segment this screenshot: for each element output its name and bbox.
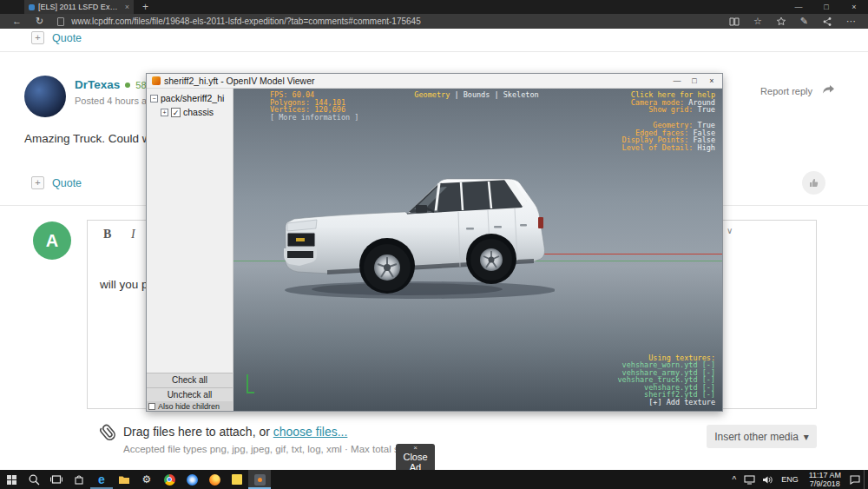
mode-separator: | [494, 90, 498, 99]
new-tab-button[interactable]: + [142, 1, 148, 13]
viewer-close-button[interactable]: × [703, 76, 720, 85]
browser-window-controls: — □ × [785, 0, 868, 14]
collapse-icon[interactable]: − [150, 95, 158, 102]
display-icon[interactable] [740, 475, 759, 485]
taskbar-app-sticky-notes[interactable] [226, 470, 248, 489]
viewer-title: sheriff2_hi.yft - OpenIV Model Viewer [164, 76, 668, 86]
refresh-button[interactable]: ↻ [30, 14, 49, 29]
multiquote-icon[interactable]: + [31, 31, 44, 44]
browser-tab[interactable]: [ELS] 2011 LSFD Expedi × [24, 0, 134, 14]
post-author-name[interactable]: DrTexas [75, 78, 120, 91]
close-icon[interactable]: × [413, 444, 418, 452]
start-button[interactable] [0, 470, 23, 489]
tab-close-icon[interactable]: × [125, 3, 129, 11]
vehicle-model[interactable] [277, 169, 555, 307]
safari-icon [187, 474, 198, 486]
editor-text[interactable]: will you p [100, 278, 148, 291]
clock[interactable]: 11:17 AM 7/9/2018 [804, 471, 846, 488]
viewer-titlebar[interactable]: sheriff2_hi.yft - OpenIV Model Viewer — … [147, 74, 722, 89]
model-viewport[interactable]: FPS: 60.04 Polygons: 144,101 Vertices: 1… [233, 89, 722, 411]
tab-title: [ELS] 2011 LSFD Expedi [38, 3, 122, 11]
texture-list: Using textures: vehshare_worn.ytd [-] ve… [617, 354, 715, 406]
expand-icon[interactable]: + [161, 109, 168, 116]
composer-avatar: A [33, 221, 71, 260]
quote-link[interactable]: Quote [52, 32, 82, 44]
favorite-star-icon[interactable]: ☆ [748, 16, 767, 27]
tree-root-row[interactable]: − pack/sheriff2_hi [150, 93, 224, 103]
taskbar-app-openiv[interactable] [248, 470, 271, 489]
favorites-hub-icon[interactable] [771, 17, 792, 27]
clock-time: 11:17 AM [809, 471, 841, 479]
uncheck-all-button[interactable]: Uncheck all [147, 387, 233, 401]
multiquote-icon[interactable]: + [31, 176, 44, 189]
accepted-file-types: Accepted file types png, jpg, jpeg, gif,… [123, 444, 435, 454]
browser-titlebar: [ELS] 2011 LSFD Expedi × + — □ × [0, 0, 868, 14]
mode-skeleton[interactable]: Skeleton [503, 90, 539, 99]
window-maximize-button[interactable]: □ [812, 0, 840, 14]
like-button[interactable] [802, 171, 825, 195]
task-view-button[interactable] [45, 470, 68, 489]
show-desktop-button[interactable] [864, 470, 868, 489]
add-texture-link[interactable]: [+] Add texture [617, 399, 715, 406]
model-tree-panel: − pack/sheriff2_hi + ✓ chassis Check all… [147, 89, 233, 411]
taskbar-app-chrome[interactable] [158, 470, 181, 489]
action-center-icon[interactable] [846, 475, 864, 485]
language-indicator[interactable]: ENG [776, 475, 804, 484]
address-url[interactable]: www.lcpdfr.com/files/file/19648-els-2011… [71, 17, 720, 26]
toolbar-chevron-icon[interactable]: ∨ [727, 226, 733, 235]
back-button[interactable]: ← [7, 14, 27, 29]
taskbar: e ⚙ ^ ENG [0, 470, 868, 489]
clock-date: 7/9/2018 [809, 479, 841, 488]
render-settings: Geometry: True Edged faces: False Displa… [622, 122, 715, 151]
search-button[interactable] [23, 470, 45, 489]
taskbar-app-store[interactable] [68, 470, 90, 489]
page-icon [57, 17, 64, 26]
share-icon[interactable] [817, 17, 838, 27]
browser-addressbar: ← ↻ www.lcpdfr.com/files/file/19648-els-… [0, 14, 868, 29]
setting-value[interactable]: True [698, 105, 715, 114]
tree-root-label[interactable]: pack/sheriff2_hi [161, 93, 224, 103]
reading-view-icon[interactable] [724, 17, 745, 27]
folder-icon [118, 475, 130, 485]
more-information-link[interactable]: [ More information ] [270, 114, 358, 122]
speaker-icon[interactable] [759, 475, 776, 485]
setting-value[interactable]: High [698, 143, 715, 152]
taskbar-app-settings[interactable]: ⚙ [135, 470, 158, 489]
bold-button[interactable]: B [103, 228, 111, 241]
post-author-avatar[interactable] [24, 76, 66, 117]
viewer-maximize-button[interactable]: □ [686, 76, 703, 85]
taskbar-app-safari[interactable] [181, 470, 203, 489]
task-view-icon [50, 474, 62, 485]
taskbar-app-edge[interactable]: e [90, 470, 113, 489]
tray-chevron-icon[interactable]: ^ [727, 475, 740, 485]
mode-geometry[interactable]: Geometry [414, 90, 450, 99]
more-options-icon[interactable]: ⋯ [841, 16, 861, 27]
share-post-icon[interactable] [822, 83, 835, 99]
choose-files-link[interactable]: choose files... [273, 425, 348, 439]
tree-chassis-row[interactable]: + ✓ chassis [161, 107, 214, 117]
mode-bounds[interactable]: Bounds [464, 90, 490, 99]
report-reply-link[interactable]: Report reply [760, 86, 812, 96]
hide-children-row[interactable]: Also hide children [147, 401, 233, 411]
reputation-dot-icon [125, 83, 130, 88]
annotate-icon[interactable]: ✎ [795, 16, 813, 27]
caret-down-icon: ▾ [804, 431, 809, 443]
hide-children-checkbox[interactable] [148, 403, 155, 410]
chassis-checkbox[interactable]: ✓ [171, 108, 181, 117]
openiv-window[interactable]: sheriff2_hi.yft - OpenIV Model Viewer — … [146, 73, 723, 412]
taskbar-app-file-explorer[interactable] [113, 470, 135, 489]
insert-media-label: Insert other media [714, 431, 799, 443]
window-minimize-button[interactable]: — [785, 0, 812, 14]
insert-media-button[interactable]: Insert other media ▾ [707, 425, 817, 448]
windows-logo-icon [7, 475, 16, 485]
viewer-minimize-button[interactable]: — [668, 76, 686, 85]
system-tray: ^ ENG 11:17 AM 7/9/2018 [727, 470, 868, 489]
viewport-stats: FPS: 60.04 Polygons: 144,101 Vertices: 1… [270, 91, 358, 121]
quote-link[interactable]: Quote [52, 177, 82, 189]
tree-chassis-label[interactable]: chassis [183, 107, 214, 117]
close-ad-button[interactable]: × Close Ad [396, 444, 435, 473]
taskbar-app-firefox[interactable] [203, 470, 226, 489]
window-close-button[interactable]: × [840, 0, 868, 14]
check-all-button[interactable]: Check all [147, 373, 233, 387]
italic-button[interactable]: I [131, 228, 135, 241]
